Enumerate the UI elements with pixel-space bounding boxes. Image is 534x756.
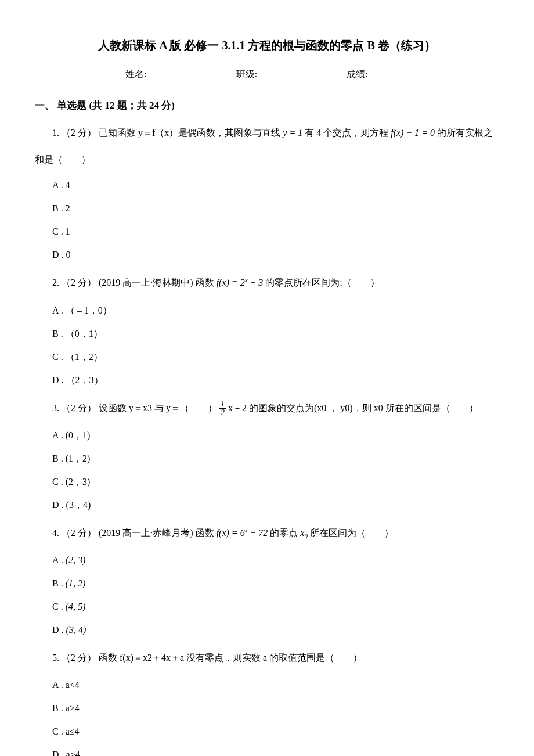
q1-option-b: B . 2 — [52, 199, 499, 218]
q3-text-b: x－2 的图象的交点为(x0 ， y0)，则 x0 所在的区间是（ ） — [228, 403, 478, 413]
q4-text-a: 4. （2 分） (2019 高一上·赤峰月考) 函数 — [52, 528, 217, 538]
q3-text-a: 3. （2 分） 设函数 y＝x3 与 y＝（ ） — [52, 403, 217, 413]
question-3-stem: 3. （2 分） 设函数 y＝x3 与 y＝（ ） 1 2 x－2 的图象的交点… — [52, 398, 499, 418]
q2-formula-1: f(x) = 2x − 3 — [217, 278, 264, 287]
class-blank — [257, 67, 298, 77]
question-4-stem: 4. （2 分） (2019 高一上·赤峰月考) 函数 f(x) = 6x − … — [52, 523, 499, 543]
q4-option-d: D . (3, 4) — [52, 621, 499, 639]
q5-option-d: D . a≥4 — [52, 746, 499, 756]
q4-text-b: 的零点 — [268, 528, 300, 538]
q5-option-a: A . a<4 — [52, 676, 499, 694]
name-label: 姓名: — [125, 69, 146, 79]
info-row: 姓名: 班级: 成绩: — [35, 66, 499, 83]
q4-x0: x0 — [300, 528, 308, 538]
q2-option-b: B . （0，1） — [52, 325, 499, 343]
q3-fraction: 1 2 — [219, 400, 226, 417]
q2-text-a: 2. （2 分） (2019 高一上·海林期中) 函数 — [52, 278, 217, 287]
question-5-stem: 5. （2 分） 函数 f(x)＝x2＋4x＋a 没有零点，则实数 a 的取值范… — [52, 647, 499, 668]
q5-option-b: B . a>4 — [52, 699, 499, 718]
class-label: 班级: — [236, 69, 257, 79]
q3-option-d: D . (3，4) — [52, 496, 499, 514]
q3-frac-den: 2 — [219, 409, 226, 417]
class-field: 班级: — [236, 66, 298, 83]
q4-formula-1: f(x) = 6x − 72 — [217, 528, 268, 538]
name-field: 姓名: — [125, 66, 187, 83]
q3-option-a: A . (0，1) — [52, 426, 499, 445]
question-1-stem: 1. （2 分） 已知函数 y＝f（x）是偶函数，其图象与直线 y = 1 有 … — [52, 123, 499, 143]
q1-formula-1: y = 1 — [283, 128, 302, 138]
q1-option-d: D . 0 — [52, 246, 499, 264]
q2-text-b: 的零点所在区间为:（ ） — [263, 278, 379, 287]
q4-text-c: 所在区间为（ ） — [308, 528, 394, 538]
q5-option-c: C . a≤4 — [52, 722, 499, 741]
question-2-stem: 2. （2 分） (2019 高一上·海林期中) 函数 f(x) = 2x − … — [52, 272, 499, 293]
q1-text-c: 的所有实根之 — [435, 128, 493, 138]
q2-option-c: C . （1，2） — [52, 348, 499, 366]
score-blank — [368, 67, 409, 77]
score-field: 成绩: — [347, 66, 408, 83]
q3-frac-num: 1 — [219, 400, 226, 409]
q3-option-c: C . (2，3) — [52, 473, 499, 491]
name-blank — [147, 67, 187, 77]
q1-text-b: 有 4 个交点，则方程 — [302, 128, 391, 138]
score-label: 成绩: — [347, 69, 367, 79]
q1-formula-2: f(x) − 1 = 0 — [391, 128, 435, 138]
q1-text-a: 1. （2 分） 已知函数 y＝f（x）是偶函数，其图象与直线 — [52, 128, 283, 138]
q4-option-b: B . (1, 2) — [52, 574, 499, 593]
q3-option-b: B . (1，2) — [52, 449, 499, 468]
q2-option-a: A . （ – 1，0） — [52, 301, 499, 320]
section-1-header: 一、 单选题 (共 12 题；共 24 分) — [35, 97, 499, 115]
q4-option-c: C . (4, 5) — [52, 597, 499, 616]
q1-option-a: A . 4 — [52, 176, 499, 195]
q1-text-d: 和是（ ） — [35, 152, 499, 168]
q1-option-c: C . 1 — [52, 222, 499, 241]
q2-option-d: D . （2，3） — [52, 371, 499, 390]
q4-option-a: A . (2, 3) — [52, 551, 499, 570]
page-title: 人教新课标 A 版 必修一 3.1.1 方程的根与函数的零点 B 卷（练习） — [35, 35, 499, 56]
